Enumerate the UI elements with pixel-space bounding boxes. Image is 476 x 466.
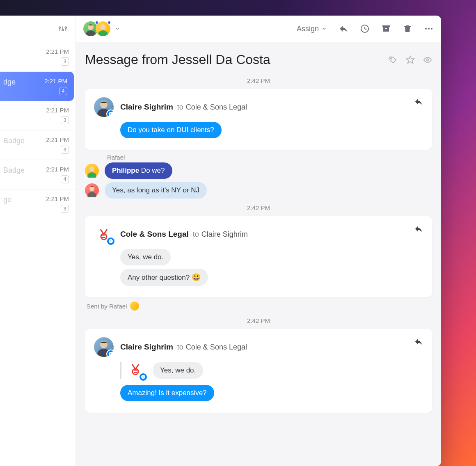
main-panel: Assign Message from Jessell Da Costa 2:4… xyxy=(76,16,441,466)
conversation-sidebar: 2:21 PM 3 dge 2:21 PM 4 2:21 PM 3 Badge … xyxy=(0,16,76,466)
filter-settings-icon[interactable] xyxy=(58,24,67,33)
message-header: Claire Sighrim to Cole & Sons Legal xyxy=(94,97,423,117)
conversation-content: Message from Jessell Da Costa 2:42 PM Cl xyxy=(76,42,441,466)
reply-icon[interactable] xyxy=(414,337,423,346)
message-header: Claire Sighrim to Cole & Sons Legal xyxy=(94,337,423,357)
sent-by-avatar xyxy=(130,302,139,311)
sidebar-header xyxy=(0,16,76,42)
commenter-avatar[interactable] xyxy=(85,164,99,178)
message-bubble: Any other question? 😃 xyxy=(120,269,208,286)
conversation-item[interactable]: 2:21 PM 3 xyxy=(0,101,76,130)
sent-by-label: Sent by Rafael xyxy=(87,302,432,311)
sender-name: Claire Sighrim xyxy=(120,103,173,112)
reply-icon[interactable] xyxy=(414,97,423,106)
timestamp: 2:42 PM xyxy=(85,204,432,211)
messenger-channel-icon xyxy=(106,350,114,357)
assignee-avatar-2[interactable] xyxy=(96,21,110,36)
svg-point-5 xyxy=(65,27,67,28)
reply-icon[interactable] xyxy=(339,24,348,34)
svg-point-21 xyxy=(89,167,94,171)
comment-author: Rafael xyxy=(107,154,432,161)
assign-button[interactable]: Assign xyxy=(297,25,327,33)
conversation-item[interactable]: ge 2:21 PM 3 xyxy=(0,190,76,219)
internal-comments: Rafael Philippe Do we? Yes, as long as i… xyxy=(85,154,432,199)
bubble-text: Any other question? xyxy=(128,274,192,281)
conversation-item[interactable]: 2:21 PM 3 xyxy=(0,42,76,72)
to-label: to xyxy=(177,343,183,352)
conversation-count-badge: 3 xyxy=(61,146,69,154)
conversation-label: Badge xyxy=(3,166,25,175)
tag-icon[interactable] xyxy=(389,55,398,64)
svg-marker-17 xyxy=(407,56,414,63)
svg-point-24 xyxy=(87,192,96,197)
conversation-count-badge: 3 xyxy=(61,116,69,124)
snooze-clock-icon[interactable] xyxy=(360,24,370,34)
conversation-time: 2:21 PM xyxy=(3,48,69,55)
timestamp: 2:42 PM xyxy=(85,77,432,84)
svg-point-16 xyxy=(391,57,392,59)
mention: Philippe xyxy=(112,167,139,174)
quoted-sender-icon xyxy=(128,362,145,379)
svg-point-9 xyxy=(98,30,108,36)
message-bubble: Do you take on DUI clients? xyxy=(120,122,222,138)
conversation-count-badge: 3 xyxy=(61,205,69,213)
svg-point-7 xyxy=(86,30,96,36)
archive-icon[interactable] xyxy=(381,24,391,34)
app-window: 2:21 PM 3 dge 2:21 PM 4 2:21 PM 3 Badge … xyxy=(0,16,441,466)
sender-avatar[interactable] xyxy=(94,97,114,117)
conversation-time: 2:21 PM xyxy=(3,107,69,114)
sender-name: Claire Sighrim xyxy=(120,343,173,352)
conversation-item-selected[interactable]: dge 2:21 PM 4 xyxy=(0,72,74,101)
recipient-name: Cole & Sons Legal xyxy=(186,343,247,352)
quoted-bubble: Yes, we do. xyxy=(153,362,203,379)
recipient-name: Cole & Sons Legal xyxy=(186,103,247,112)
conversation-count-badge: 4 xyxy=(61,175,69,183)
quoted-reply: Yes, we do. xyxy=(120,362,423,379)
svg-rect-11 xyxy=(382,25,390,27)
chevron-down-icon[interactable] xyxy=(114,26,120,32)
internal-comment-bubble: Yes, as long as it's NY or NJ xyxy=(105,182,207,199)
internal-comment-bubble: Philippe Do we? xyxy=(105,162,172,179)
message-header: Cole & Sons Legal to Claire Sighrim xyxy=(94,224,423,244)
commenter-avatar[interactable] xyxy=(85,183,99,197)
messenger-channel-icon xyxy=(106,237,115,246)
svg-point-14 xyxy=(428,28,430,30)
reply-icon[interactable] xyxy=(414,224,423,233)
svg-point-22 xyxy=(87,172,96,178)
sender-name: Cole & Sons Legal xyxy=(120,230,189,239)
conversation-item[interactable]: Badge 2:21 PM 3 xyxy=(0,130,76,160)
visibility-icon[interactable] xyxy=(423,55,432,64)
svg-point-8 xyxy=(100,24,106,30)
conversation-list: 2:21 PM 3 dge 2:21 PM 4 2:21 PM 3 Badge … xyxy=(0,42,76,219)
assign-label: Assign xyxy=(297,25,319,33)
recipient-name: Claire Sighrim xyxy=(201,230,248,239)
smile-emoji-icon: 😃 xyxy=(192,273,201,281)
svg-point-13 xyxy=(425,28,427,30)
comment-text: Do we? xyxy=(139,167,165,174)
conversation-label: ge xyxy=(3,195,11,204)
svg-point-1 xyxy=(59,27,61,28)
page-title: Message from Jessell Da Costa xyxy=(85,52,380,67)
conversation-item[interactable]: Badge 2:21 PM 4 xyxy=(0,160,76,190)
message-bubble: Amazing! Is it expensive? xyxy=(120,385,214,401)
message-card: Cole & Sons Legal to Claire Sighrim Yes,… xyxy=(85,216,432,297)
messenger-channel-icon xyxy=(106,110,114,117)
conversation-count-badge: 4 xyxy=(59,87,67,95)
status-dot-icon xyxy=(107,21,111,25)
conversation-count-badge: 3 xyxy=(61,57,69,66)
title-row: Message from Jessell Da Costa xyxy=(85,52,432,67)
svg-point-15 xyxy=(431,28,433,30)
star-icon[interactable] xyxy=(406,55,415,64)
svg-rect-12 xyxy=(385,28,387,29)
trash-icon[interactable] xyxy=(403,24,412,34)
topbar: Assign xyxy=(76,16,441,42)
message-card: Claire Sighrim to Cole & Sons Legal Do y… xyxy=(85,89,432,150)
message-bubble: Yes, we do. xyxy=(120,249,171,265)
messenger-channel-icon xyxy=(139,372,148,381)
to-label: to xyxy=(177,103,183,112)
conversation-label: dge xyxy=(3,78,16,87)
sender-avatar[interactable] xyxy=(94,224,114,244)
message-card: Claire Sighrim to Cole & Sons Legal Yes,… xyxy=(85,329,432,413)
sender-avatar[interactable] xyxy=(94,337,114,357)
more-options-icon[interactable] xyxy=(424,24,434,34)
